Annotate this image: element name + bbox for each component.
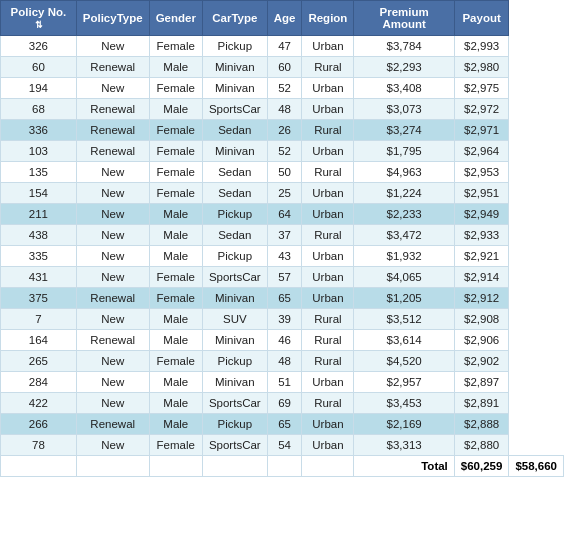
cell-payout: $2,972	[454, 99, 509, 120]
table-row: 284NewMaleMinivan51Urban$2,957$2,897	[1, 372, 564, 393]
cell-policy: 431	[1, 267, 77, 288]
cell-policy: 284	[1, 372, 77, 393]
cell-policy: 135	[1, 162, 77, 183]
cell-policy: 103	[1, 141, 77, 162]
cell-premium: $3,512	[354, 309, 454, 330]
cell-payout: $2,921	[454, 246, 509, 267]
cell-car-type: Pickup	[202, 204, 267, 225]
cell-gender: Female	[149, 435, 202, 456]
table-row: 326NewFemalePickup47Urban$3,784$2,993	[1, 36, 564, 57]
cell-age: 46	[267, 330, 302, 351]
col-region: Region	[302, 1, 354, 36]
cell-policy: 68	[1, 99, 77, 120]
cell-payout: $2,891	[454, 393, 509, 414]
col-premium: Premium Amount	[354, 1, 454, 36]
cell-policy-type: New	[76, 435, 149, 456]
cell-age: 47	[267, 36, 302, 57]
cell-region: Rural	[302, 330, 354, 351]
cell-payout: $2,912	[454, 288, 509, 309]
col-car-type: CarType	[202, 1, 267, 36]
cell-policy: 375	[1, 288, 77, 309]
cell-gender: Male	[149, 393, 202, 414]
cell-region: Urban	[302, 267, 354, 288]
cell-premium: $3,472	[354, 225, 454, 246]
cell-policy: 211	[1, 204, 77, 225]
table-row: 68RenewalMaleSportsCar48Urban$3,073$2,97…	[1, 99, 564, 120]
table-row: 135NewFemaleSedan50Rural$4,963$2,953	[1, 162, 564, 183]
table-row: 375RenewalFemaleMinivan65Urban$1,205$2,9…	[1, 288, 564, 309]
cell-car-type: Minivan	[202, 330, 267, 351]
cell-payout: $2,908	[454, 309, 509, 330]
cell-age: 39	[267, 309, 302, 330]
cell-payout: $2,993	[454, 36, 509, 57]
cell-payout: $2,888	[454, 414, 509, 435]
cell-premium: $2,957	[354, 372, 454, 393]
cell-region: Urban	[302, 78, 354, 99]
table-row: 265NewFemalePickup48Rural$4,520$2,902	[1, 351, 564, 372]
cell-gender: Female	[149, 36, 202, 57]
table-row: 60RenewalMaleMinivan60Rural$2,293$2,980	[1, 57, 564, 78]
cell-payout: $2,880	[454, 435, 509, 456]
cell-policy-type: New	[76, 393, 149, 414]
col-car-type-label: CarType	[212, 12, 257, 24]
cell-payout: $2,964	[454, 141, 509, 162]
table-row: 154NewFemaleSedan25Urban$1,224$2,951	[1, 183, 564, 204]
cell-region: Urban	[302, 435, 354, 456]
cell-payout: $2,975	[454, 78, 509, 99]
cell-payout: $2,953	[454, 162, 509, 183]
footer-payout-total: $58,660	[509, 456, 564, 477]
footer-premium-total: $60,259	[454, 456, 509, 477]
cell-age: 25	[267, 183, 302, 204]
cell-car-type: Minivan	[202, 372, 267, 393]
col-policy-type-label: PolicyType	[83, 12, 143, 24]
cell-gender: Male	[149, 309, 202, 330]
cell-policy: 194	[1, 78, 77, 99]
cell-policy-type: Renewal	[76, 414, 149, 435]
cell-car-type: Minivan	[202, 78, 267, 99]
col-age: Age	[267, 1, 302, 36]
cell-age: 52	[267, 141, 302, 162]
table-footer-row: Total $60,259 $58,660	[1, 456, 564, 477]
col-policy-no[interactable]: Policy No. ⇅	[1, 1, 77, 36]
cell-premium: $3,408	[354, 78, 454, 99]
cell-policy: 7	[1, 309, 77, 330]
cell-policy-type: Renewal	[76, 99, 149, 120]
cell-gender: Male	[149, 99, 202, 120]
cell-gender: Female	[149, 267, 202, 288]
footer-empty-4	[202, 456, 267, 477]
cell-payout: $2,933	[454, 225, 509, 246]
table-row: 103RenewalFemaleMinivan52Urban$1,795$2,9…	[1, 141, 564, 162]
cell-policy: 154	[1, 183, 77, 204]
cell-car-type: Sedan	[202, 183, 267, 204]
cell-age: 26	[267, 120, 302, 141]
cell-car-type: SportsCar	[202, 393, 267, 414]
cell-region: Urban	[302, 36, 354, 57]
cell-premium: $3,313	[354, 435, 454, 456]
cell-policy: 438	[1, 225, 77, 246]
cell-premium: $3,784	[354, 36, 454, 57]
cell-premium: $1,932	[354, 246, 454, 267]
cell-payout: $2,949	[454, 204, 509, 225]
cell-age: 51	[267, 372, 302, 393]
cell-age: 48	[267, 351, 302, 372]
cell-policy-type: Renewal	[76, 288, 149, 309]
cell-gender: Male	[149, 204, 202, 225]
cell-premium: $2,233	[354, 204, 454, 225]
sort-icon[interactable]: ⇅	[35, 20, 43, 30]
cell-gender: Male	[149, 57, 202, 78]
cell-region: Rural	[302, 57, 354, 78]
cell-payout: $2,914	[454, 267, 509, 288]
footer-empty-5	[267, 456, 302, 477]
cell-region: Rural	[302, 120, 354, 141]
cell-gender: Female	[149, 183, 202, 204]
cell-policy-type: New	[76, 246, 149, 267]
table-header-row: Policy No. ⇅ PolicyType Gender CarType A…	[1, 1, 564, 36]
cell-region: Rural	[302, 162, 354, 183]
cell-age: 37	[267, 225, 302, 246]
cell-gender: Female	[149, 351, 202, 372]
cell-premium: $1,205	[354, 288, 454, 309]
table-row: 431NewFemaleSportsCar57Urban$4,065$2,914	[1, 267, 564, 288]
cell-car-type: Minivan	[202, 141, 267, 162]
cell-payout: $2,951	[454, 183, 509, 204]
cell-car-type: Minivan	[202, 57, 267, 78]
